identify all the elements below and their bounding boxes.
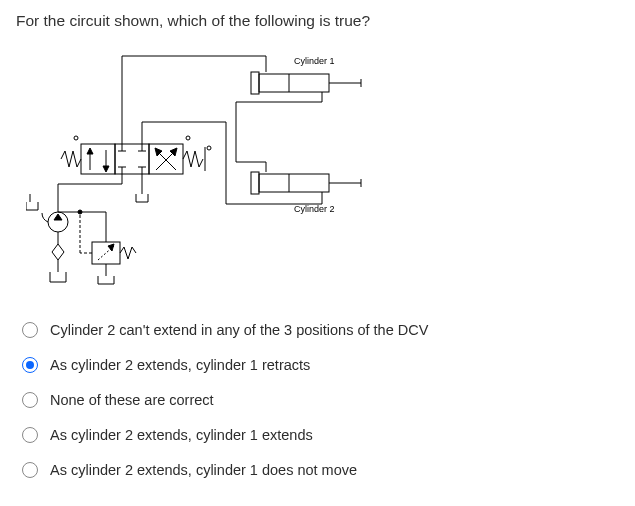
svg-rect-10	[81, 144, 115, 174]
svg-rect-0	[251, 72, 259, 94]
option-4[interactable]: As cylinder 2 extends, cylinder 1 does n…	[22, 462, 619, 478]
option-1[interactable]: As cylinder 2 extends, cylinder 1 retrac…	[22, 357, 619, 373]
options-list: Cylinder 2 can't extend in any of the 3 …	[22, 322, 619, 478]
option-label: As cylinder 2 extends, cylinder 1 extend…	[50, 427, 313, 443]
option-label: As cylinder 2 extends, cylinder 1 does n…	[50, 462, 357, 478]
svg-marker-16	[103, 166, 109, 172]
option-2[interactable]: None of these are correct	[22, 392, 619, 408]
option-label: As cylinder 2 extends, cylinder 1 retrac…	[50, 357, 310, 373]
svg-rect-5	[251, 172, 259, 194]
cylinder1-label: Cylinder 1	[294, 56, 335, 66]
svg-rect-11	[115, 144, 149, 174]
radio-icon	[22, 322, 38, 338]
radio-icon	[22, 462, 38, 478]
svg-rect-1	[259, 74, 329, 92]
svg-point-31	[74, 136, 78, 140]
svg-point-32	[186, 136, 190, 140]
option-label: Cylinder 2 can't extend in any of the 3 …	[50, 322, 428, 338]
svg-rect-6	[259, 174, 329, 192]
question-prompt: For the circuit shown, which of the foll…	[16, 12, 619, 30]
svg-rect-56	[92, 242, 120, 264]
option-label: None of these are correct	[50, 392, 214, 408]
svg-point-30	[207, 146, 211, 150]
cylinder2-label: Cylinder 2	[294, 204, 335, 214]
svg-marker-48	[54, 214, 62, 220]
svg-marker-58	[108, 244, 114, 251]
radio-icon	[22, 357, 38, 373]
option-0[interactable]: Cylinder 2 can't extend in any of the 3 …	[22, 322, 619, 338]
option-3[interactable]: As cylinder 2 extends, cylinder 1 extend…	[22, 427, 619, 443]
svg-marker-14	[87, 148, 93, 154]
radio-icon	[22, 427, 38, 443]
radio-icon	[22, 392, 38, 408]
circuit-diagram: Cylinder 1 Cylinder 2	[26, 44, 446, 294]
svg-rect-12	[149, 144, 183, 174]
svg-marker-53	[52, 244, 64, 260]
